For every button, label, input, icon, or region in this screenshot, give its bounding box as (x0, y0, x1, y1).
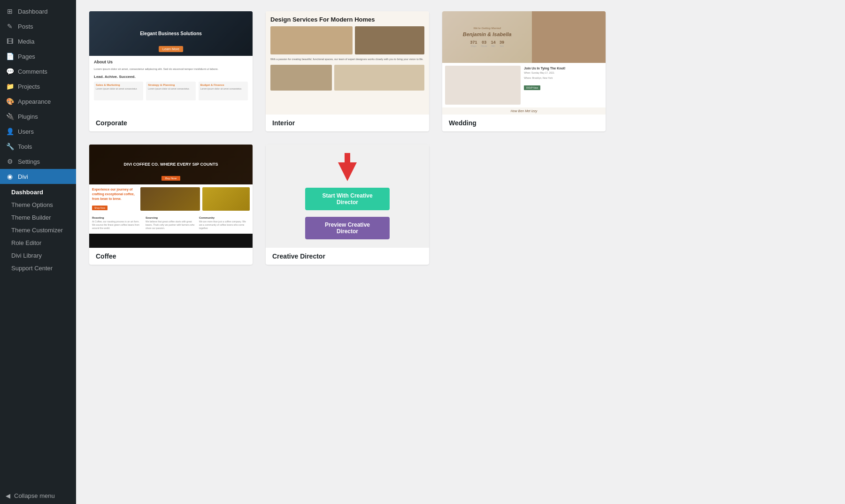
sidebar-nav: ⊞ Dashboard ✎ Posts 🎞 Media 📄 Pages 💬 Co… (0, 0, 76, 280)
collapse-label: Collapse menu (14, 492, 55, 499)
divi-icon: ◉ (6, 173, 14, 180)
sidebar-item-label: Tools (18, 143, 32, 150)
sidebar-item-media[interactable]: 🎞 Media (0, 34, 76, 49)
sidebar-item-label: Plugins (18, 113, 38, 120)
submenu-item-divi-library[interactable]: Divi Library (0, 249, 76, 262)
sidebar-item-label: Settings (18, 158, 40, 165)
wedding-tagline: How Ben Met Izzy (446, 109, 602, 113)
projects-icon: 📁 (6, 83, 14, 90)
media-icon: 🎞 (6, 38, 14, 45)
submenu-item-role-editor[interactable]: Role Editor (0, 237, 76, 249)
sidebar-item-projects[interactable]: 📁 Projects (0, 79, 76, 94)
sidebar-item-label: Divi (18, 173, 28, 180)
sidebar-item-comments[interactable]: 💬 Comments (0, 64, 76, 79)
theme-card-coffee[interactable]: DIVI COFFEE CO. WHERE EVERY SIP COUNTS B… (89, 145, 253, 265)
theme-label-interior: Interior (266, 115, 429, 131)
sidebar-item-label: Pages (18, 53, 35, 60)
sidebar-item-label: Comments (18, 68, 47, 75)
corporate-subheading: About Us (94, 60, 248, 64)
corporate-cta: Learn More (159, 46, 183, 52)
theme-card-creative-director[interactable]: Start With Creative Director Preview Cre… (266, 145, 429, 265)
sidebar-item-plugins[interactable]: 🔌 Plugins (0, 109, 76, 124)
main-content: Elegant Business Solutions Learn More Ab… (76, 0, 845, 504)
theme-label-coffee: Coffee (89, 248, 253, 265)
sidebar-item-tools[interactable]: 🔧 Tools (0, 139, 76, 154)
sidebar-item-appearance[interactable]: 🎨 Appearance (0, 94, 76, 109)
preview-creative-director-button[interactable]: Preview Creative Director (305, 217, 390, 239)
submenu-item-dashboard[interactable]: Dashboard (0, 186, 76, 199)
start-with-creative-director-button[interactable]: Start With Creative Director (305, 188, 390, 210)
sidebar-item-users[interactable]: 👤 Users (0, 124, 76, 139)
submenu-item-support-center[interactable]: Support Center (0, 262, 76, 275)
tools-icon: 🔧 (6, 143, 14, 150)
sidebar-item-label: Posts (18, 23, 33, 30)
corporate-tagline: Lead. Achive. Succeed. (94, 75, 248, 79)
theme-card-wedding[interactable]: We're Getting Married Benjamin & Isabell… (442, 11, 606, 131)
interior-heading: Design Services For Modern Homes (270, 16, 424, 23)
submenu-item-theme-options[interactable]: Theme Options (0, 199, 76, 211)
themes-grid: Elegant Business Solutions Learn More Ab… (89, 11, 606, 265)
interior-body: With a passion for creating beautiful, f… (270, 57, 424, 61)
sidebar-item-label: Appearance (18, 98, 51, 105)
sidebar-item-posts[interactable]: ✎ Posts (0, 19, 76, 34)
sidebar: ⊞ Dashboard ✎ Posts 🎞 Media 📄 Pages 💬 Co… (0, 0, 76, 504)
users-icon: 👤 (6, 128, 14, 135)
posts-icon: ✎ (6, 23, 14, 30)
theme-card-interior[interactable]: Design Services For Modern Homes With a … (266, 11, 429, 131)
submenu-item-theme-builder[interactable]: Theme Builder (0, 211, 76, 224)
theme-preview-corporate: Elegant Business Solutions Learn More Ab… (89, 11, 253, 115)
sidebar-item-pages[interactable]: 📄 Pages (0, 49, 76, 64)
collapse-menu-button[interactable]: ◀ Collapse menu (0, 488, 76, 504)
theme-preview-interior: Design Services For Modern Homes With a … (266, 11, 429, 115)
coffee-tagline: Experience our journey of crafting excep… (92, 187, 138, 201)
theme-label-corporate: Corporate (89, 115, 253, 131)
theme-preview-wedding: We're Getting Married Benjamin & Isabell… (442, 11, 606, 115)
wedding-names: Benjamin & Isabella (463, 31, 512, 38)
theme-card-corporate[interactable]: Elegant Business Solutions Learn More Ab… (89, 11, 253, 131)
appearance-icon: 🎨 (6, 98, 14, 105)
sidebar-item-label: Projects (18, 83, 40, 90)
theme-label-wedding: Wedding (442, 115, 606, 131)
corporate-about-text: Lorem ipsum dolor sit amet, consectetur … (94, 67, 248, 71)
theme-preview-coffee: DIVI COFFEE CO. WHERE EVERY SIP COUNTS B… (89, 145, 253, 248)
dashboard-icon: ⊞ (6, 8, 14, 15)
theme-preview-creative-director: Start With Creative Director Preview Cre… (266, 145, 429, 248)
submenu-item-theme-customizer[interactable]: Theme Customizer (0, 224, 76, 237)
sidebar-item-divi[interactable]: ◉ Divi (0, 169, 76, 184)
sidebar-item-label: Media (18, 38, 34, 45)
divi-submenu: Dashboard Theme Options Theme Builder Th… (0, 184, 76, 276)
plugins-icon: 🔌 (6, 113, 14, 120)
pages-icon: 📄 (6, 53, 14, 60)
svg-marker-0 (338, 162, 357, 181)
theme-label-creative-director: Creative Director (266, 248, 429, 265)
arrow-down-icon (333, 153, 361, 181)
coffee-heading: DIVI COFFEE CO. WHERE EVERY SIP COUNTS (119, 162, 223, 168)
corporate-heading: Elegant Business Solutions (134, 31, 207, 36)
sidebar-item-dashboard[interactable]: ⊞ Dashboard (0, 4, 76, 19)
sidebar-item-label: Dashboard (18, 8, 48, 15)
comments-icon: 💬 (6, 68, 14, 75)
settings-icon: ⚙ (6, 158, 14, 165)
sidebar-item-settings[interactable]: ⚙ Settings (0, 154, 76, 169)
collapse-icon: ◀ (6, 492, 10, 499)
sidebar-item-label: Users (18, 128, 34, 135)
svg-rect-1 (345, 153, 350, 165)
